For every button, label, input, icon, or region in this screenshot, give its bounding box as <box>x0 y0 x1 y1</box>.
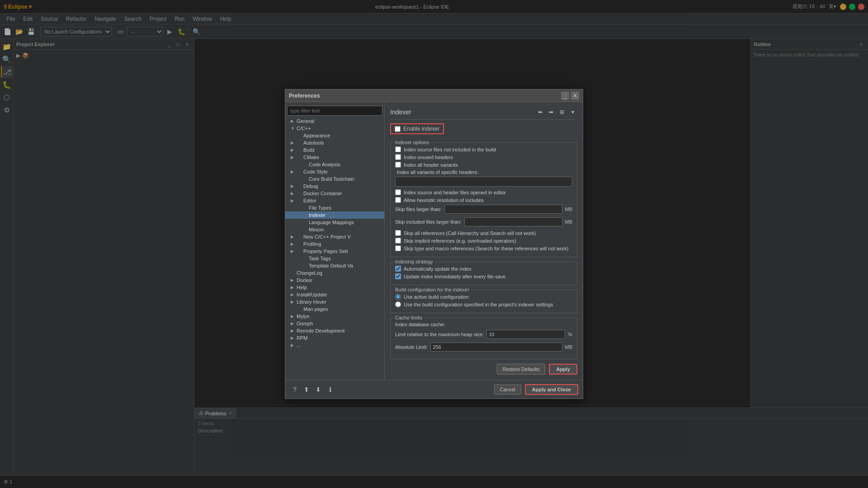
tree-item-property-pages[interactable]: ▶ Property Pages Sett <box>285 248 384 255</box>
tree-item-more[interactable]: ▶ ... <box>285 342 384 349</box>
tree-item-cmake[interactable]: ▶ CMake <box>285 154 384 161</box>
check-source-header-label: Index source and header files opened in … <box>404 190 506 195</box>
tree-item-install-update[interactable]: ▶ Install/Update <box>285 291 384 298</box>
tree-item-code-style[interactable]: ▶ Code Style <box>285 168 384 175</box>
check-unused-headers[interactable] <box>395 154 401 160</box>
restore-defaults-button[interactable]: Restore Defaults <box>497 364 546 375</box>
check-not-in-build[interactable] <box>395 146 401 152</box>
tree-item-core-build[interactable]: Core Build Toolchain <box>285 175 384 183</box>
tree-item-docker[interactable]: ▶ Docker <box>285 277 384 284</box>
content-title: Indexer <box>390 108 411 116</box>
footer-right: Cancel Apply and Close <box>494 384 578 395</box>
tree-item-indexer[interactable]: Indexer <box>285 211 384 219</box>
check-skip-type-macro[interactable] <box>395 245 401 251</box>
apply-button[interactable]: Apply <box>549 364 577 375</box>
dialog-footer: ? ⬆ ⬇ ℹ Cancel Apply and Close <box>285 380 583 399</box>
tree-item-general[interactable]: ▶ General <box>285 117 384 125</box>
check-update-on-save[interactable] <box>395 273 401 279</box>
absolute-limit-input[interactable] <box>430 343 562 352</box>
limit-heap-input[interactable] <box>486 330 565 339</box>
check-heuristic-row: Allow heuristic resolution of includes <box>395 197 572 203</box>
nav-expand-btn[interactable]: ⊞ <box>557 108 566 117</box>
tree-item-template[interactable]: Template Default Va <box>285 262 384 269</box>
tree-label-oomph: Oomph <box>297 321 313 326</box>
tree-arrow-debug: ▶ <box>291 184 295 188</box>
check-skip-implicit[interactable] <box>395 238 401 244</box>
dialog-minimize-btn[interactable]: _ <box>561 92 569 100</box>
tree-item-mylyn[interactable]: ▶ Mylyn <box>285 313 384 320</box>
tree-item-code-analysis[interactable]: Code Analysis <box>285 161 384 168</box>
indexer-content: Indexer ⬅ ➡ ⊞ ▾ Enable indexer <box>385 102 583 380</box>
check-skip-all-refs[interactable] <box>395 230 401 236</box>
cancel-button[interactable]: Cancel <box>494 385 521 394</box>
tree-item-new-cpp[interactable]: ▶ New C/C++ Project V <box>285 233 384 240</box>
tree-item-library-hover[interactable]: ▶ Library Hover <box>285 298 384 305</box>
tree-item-help[interactable]: ▶ Help <box>285 284 384 291</box>
tree-arrow-mylyn: ▶ <box>291 314 295 319</box>
tree-label-general: General <box>297 118 314 124</box>
tree-label-editor: Editor <box>303 198 316 203</box>
footer-export-btn[interactable]: ⬆ <box>302 385 311 394</box>
tree-item-cpp[interactable]: ▼ C/C++ <box>285 125 384 132</box>
tree-item-docker-container[interactable]: ▶ Docker Container <box>285 190 384 197</box>
tree-label-changelog: ChangeLog <box>297 270 322 276</box>
specific-headers-input[interactable] <box>395 177 572 187</box>
tree-item-language-mappings[interactable]: Language Mappings <box>285 219 384 226</box>
filter-input[interactable] <box>287 106 382 116</box>
tree-item-debug[interactable]: ▶ Debug <box>285 183 384 190</box>
tree-label-lang-map: Language Mappings <box>309 220 354 225</box>
tree-label-cmake: CMake <box>303 155 319 160</box>
footer-help-btn[interactable]: ? <box>290 385 300 394</box>
check-source-header[interactable] <box>395 189 401 195</box>
tree-label-template: Template Default Va <box>309 263 353 268</box>
footer-import-btn[interactable]: ⬇ <box>313 385 323 394</box>
tree-item-man-pages[interactable]: Man pages <box>285 305 384 313</box>
tree-item-autotools[interactable]: ▶ Autotools <box>285 139 384 146</box>
nav-back-btn[interactable]: ⬅ <box>536 108 545 117</box>
tree-item-profiling[interactable]: ▶ Profiling <box>285 240 384 248</box>
tree-label-autotools: Autotools <box>303 140 324 145</box>
skip-included-input[interactable] <box>464 217 562 226</box>
tree-item-remote[interactable]: ▶ Remote Development <box>285 327 384 334</box>
tree-arrow-general: ▶ <box>291 119 295 123</box>
preferences-tree: ▶ General ▼ C/C++ Appearance ▶ Autotools <box>285 102 385 380</box>
tree-item-appearance[interactable]: Appearance <box>285 132 384 139</box>
tree-item-task-tags[interactable]: Task Tags <box>285 255 384 262</box>
restore-apply-row: Restore Defaults Apply <box>390 364 577 375</box>
tree-item-meson[interactable]: Meson <box>285 226 384 233</box>
check-auto-update[interactable] <box>395 266 401 272</box>
specific-headers-input-row <box>395 177 572 187</box>
tree-arrow-more: ▶ <box>291 343 295 347</box>
check-all-variants-row: Index all header variants <box>395 162 572 168</box>
check-all-variants[interactable] <box>395 162 401 168</box>
tree-item-changelog[interactable]: ChangeLog <box>285 269 384 277</box>
tree-item-rpm[interactable]: ▶ RPM <box>285 334 384 342</box>
dialog-close-btn[interactable]: ✕ <box>571 92 579 100</box>
dialog-body: ▶ General ▼ C/C++ Appearance ▶ Autotools <box>285 102 583 380</box>
tree-label-core-build: Core Build Toolchain <box>309 176 354 182</box>
tree-item-oomph[interactable]: ▶ Oomph <box>285 320 384 327</box>
footer-info-btn[interactable]: ℹ <box>325 385 335 394</box>
tree-item-file-types[interactable]: File Types <box>285 204 384 211</box>
cache-label: Index database cache: <box>395 322 572 327</box>
enable-indexer-text: Enable indexer <box>403 126 439 132</box>
dialog-title: Preferences <box>289 93 320 99</box>
check-heuristic[interactable] <box>395 197 401 203</box>
indexer-options-section: Indexer options Index source files not i… <box>390 142 577 257</box>
radio-active-build[interactable] <box>395 294 401 300</box>
radio-specified-build[interactable] <box>395 301 401 307</box>
nav-forward-btn[interactable]: ➡ <box>547 108 556 117</box>
cache-limits-section: Cache limits Index database cache: Limit… <box>390 318 577 359</box>
strategy-title: Indexing strategy <box>393 259 435 264</box>
enable-indexer-label[interactable]: Enable indexer <box>390 123 444 134</box>
apply-and-close-button[interactable]: Apply and Close <box>525 384 578 395</box>
enable-indexer-checkbox[interactable] <box>395 126 401 132</box>
tree-item-build[interactable]: ▶ Build <box>285 146 384 154</box>
indexer-options-title: Indexer options <box>393 140 431 145</box>
skip-files-input[interactable] <box>444 205 562 214</box>
check-auto-update-row: Automatically update the index <box>395 266 572 272</box>
tree-item-editor[interactable]: ▶ Editor <box>285 197 384 204</box>
tree-arrow-profiling: ▶ <box>291 242 295 246</box>
nav-menu-btn[interactable]: ▾ <box>568 108 577 117</box>
tree-label-man-pages: Man pages <box>303 306 328 312</box>
